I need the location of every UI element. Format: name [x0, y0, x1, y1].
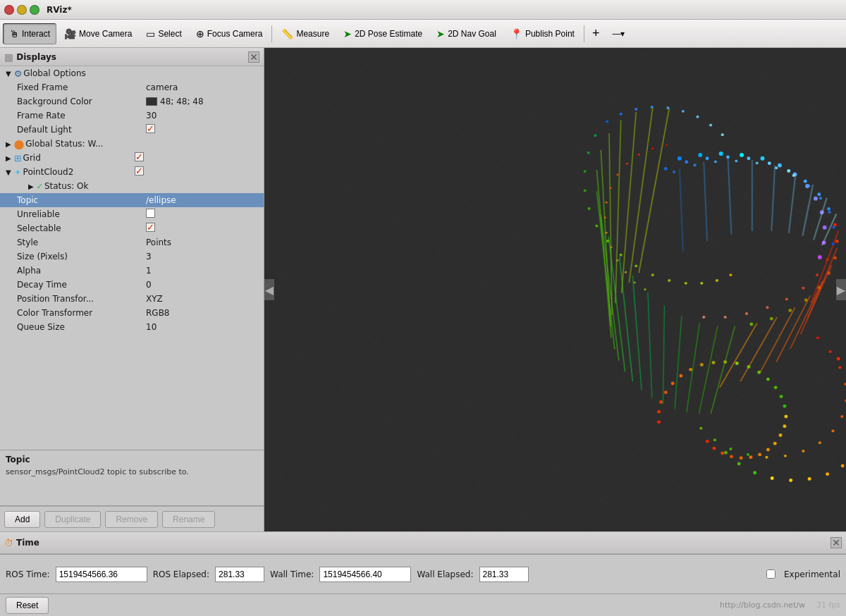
background-color-row[interactable]: Background Color 48; 48; 48 [0, 94, 264, 109]
publish-point-label: Publish Point [525, 29, 575, 39]
status-ok-row[interactable]: ▶ ✓ Status: Ok [0, 179, 264, 193]
svg-point-120 [740, 457, 743, 460]
default-light-checkbox[interactable] [146, 124, 155, 133]
svg-point-92 [606, 121, 608, 123]
frame-rate-row[interactable]: Frame Rate 30 [0, 109, 264, 123]
unreliable-row[interactable]: Unreliable [0, 207, 264, 221]
svg-point-140 [671, 382, 675, 386]
svg-point-164 [702, 316, 705, 319]
svg-point-171 [832, 430, 835, 433]
reset-button[interactable]: Reset [6, 597, 49, 614]
select-button[interactable]: ▭ Select [140, 23, 188, 44]
unreliable-label: Unreliable [17, 209, 60, 219]
svg-point-4 [678, 156, 682, 161]
remove-button[interactable]: Remove [105, 511, 158, 528]
svg-point-130 [774, 386, 778, 390]
frame-rate-value: 30 [146, 111, 157, 121]
svg-point-153 [819, 197, 822, 200]
svg-point-112 [685, 282, 687, 285]
global-status-expand[interactable]: ▶ [6, 140, 11, 148]
position-transform-row[interactable]: Position Transfor... XYZ [0, 292, 264, 306]
viewport-arrow-left[interactable]: ◀ [264, 279, 274, 300]
global-options-row[interactable]: ▼ ⚙ Global Options [0, 66, 264, 80]
cog-icon: ⚙ [14, 68, 23, 79]
focus-camera-button[interactable]: ⊕ Focus Camera [190, 23, 269, 44]
fixed-frame-row[interactable]: Fixed Frame camera [0, 80, 264, 94]
experimental-checkbox[interactable] [766, 569, 776, 579]
global-options-expand[interactable]: ▼ [6, 70, 11, 78]
svg-point-131 [766, 378, 770, 381]
svg-point-183 [616, 259, 618, 261]
svg-point-156 [832, 242, 835, 245]
toolbar-sep-1 [271, 25, 272, 42]
rename-button[interactable]: Rename [162, 511, 215, 528]
minimize-button[interactable] [17, 5, 27, 15]
pointcloud2-checkbox[interactable] [135, 166, 144, 175]
grid-expand[interactable]: ▶ [6, 154, 11, 162]
svg-point-186 [604, 217, 606, 219]
main-area: ▦ Displays ✕ ▼ ⚙ Global Options Fixed Fr… [0, 48, 846, 531]
displays-icon: ▦ [4, 51, 13, 63]
default-light-row[interactable]: Default Light [0, 123, 264, 137]
wall-time-input[interactable] [319, 567, 411, 582]
pointcloud2-expand[interactable]: ▼ [6, 168, 11, 176]
url-text: http://blog.csdn.net/w [54, 600, 805, 610]
svg-point-118 [721, 452, 724, 455]
ros-time-input[interactable] [56, 567, 147, 582]
wall-elapsed-label: Wall Elapsed: [417, 569, 473, 579]
fps-display: 31 fps [816, 600, 840, 610]
alpha-row[interactable]: Alpha 1 [0, 264, 264, 278]
measure-button[interactable]: 📏 Measure [275, 23, 336, 44]
pose-estimate-icon: ➤ [343, 28, 352, 39]
experimental-label: Experimental [784, 569, 840, 579]
pose-estimate-button[interactable]: ➤ 2D Pose Estimate [337, 23, 429, 44]
svg-point-102 [587, 152, 590, 154]
status-expand[interactable]: ▶ [28, 183, 34, 190]
svg-point-133 [747, 365, 750, 369]
global-status-row[interactable]: ▶ ⬤ Global Status: W... [0, 137, 264, 151]
viewport[interactable]: ◀ ▶ [264, 48, 846, 531]
displays-close[interactable]: ✕ [248, 51, 259, 63]
size-pixels-row[interactable]: Size (Pixels) 3 [0, 250, 264, 264]
selectable-row[interactable]: Selectable [0, 221, 264, 235]
duplicate-button[interactable]: Duplicate [44, 511, 101, 528]
frame-rate-label: Frame Rate [17, 111, 66, 121]
add-button[interactable]: Add [4, 511, 40, 528]
time-close[interactable]: ✕ [830, 537, 842, 548]
grid-row[interactable]: ▶ ⊞ Grid [0, 151, 264, 165]
queue-size-value: 10 [146, 322, 157, 332]
wall-elapsed-input[interactable] [479, 567, 529, 582]
svg-point-137 [700, 363, 704, 366]
color-transformer-row[interactable]: Color Transformer RGB8 [0, 306, 264, 320]
publish-point-button[interactable]: 📍 Publish Point [504, 23, 581, 44]
svg-point-123 [766, 448, 770, 452]
svg-point-178 [713, 439, 716, 442]
svg-point-50 [826, 472, 829, 476]
grid-label: Grid [23, 153, 41, 163]
selectable-checkbox[interactable] [146, 223, 155, 232]
interact-button[interactable]: 🖱 Interact [3, 23, 56, 44]
svg-point-124 [773, 442, 777, 445]
clock-icon: ⏱ [4, 538, 13, 548]
svg-point-26 [726, 155, 730, 159]
style-row[interactable]: Style Points [0, 235, 264, 250]
ros-elapsed-input[interactable] [215, 567, 264, 582]
topic-row[interactable]: Topic /ellipse [0, 193, 264, 207]
close-button[interactable] [4, 5, 14, 15]
queue-size-row[interactable]: Queue Size 10 [0, 320, 264, 334]
svg-point-125 [779, 433, 783, 437]
unreliable-checkbox[interactable] [146, 209, 155, 218]
svg-point-148 [735, 160, 737, 163]
nav-goal-button[interactable]: ➤ 2D Nav Goal [430, 23, 503, 44]
svg-point-105 [588, 207, 591, 210]
viewport-arrow-right[interactable]: ▶ [836, 279, 846, 300]
global-status-label: Global Status: W... [25, 139, 103, 149]
pointcloud2-row[interactable]: ▼ ✦ PointCloud2 [0, 165, 264, 179]
grid-checkbox[interactable] [135, 152, 144, 161]
maximize-button[interactable] [30, 5, 39, 15]
svg-point-126 [783, 425, 786, 429]
add-tool-button[interactable]: + [587, 23, 605, 44]
extra-button[interactable]: —▾ [606, 23, 631, 44]
decay-time-row[interactable]: Decay Time 0 [0, 278, 264, 292]
move-camera-button[interactable]: 🎥 Move Camera [58, 23, 138, 44]
